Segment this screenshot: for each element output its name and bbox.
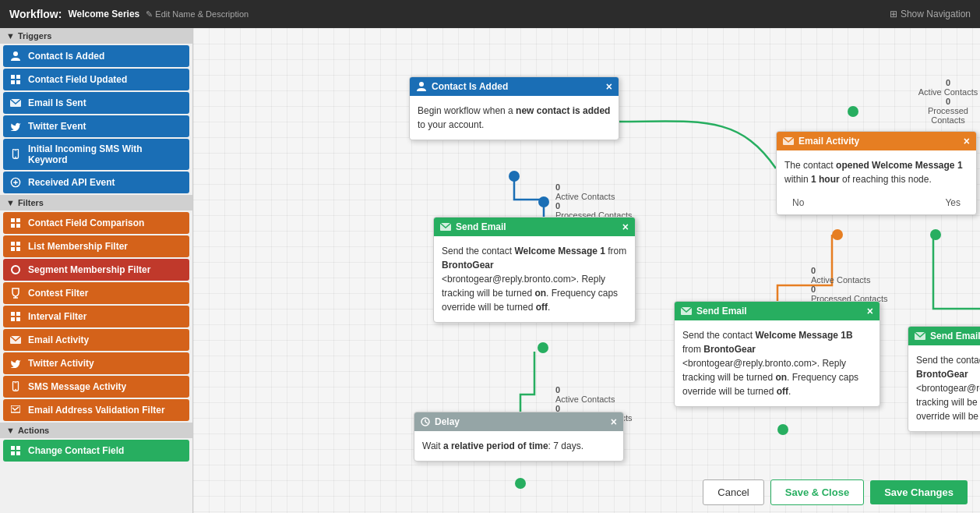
svg-rect-7	[14, 150, 17, 150]
svg-rect-21	[11, 312, 15, 316]
contact-added-header: Contact Is Added ×	[410, 77, 619, 96]
main-layout: ▼ Triggers Contact Is Added Contact Fiel…	[0, 28, 980, 513]
sms-activity-icon	[9, 380, 22, 393]
email-activity-no-connector	[832, 229, 843, 240]
svg-rect-24	[16, 317, 20, 321]
actions-label: Actions	[18, 426, 49, 435]
svg-rect-3	[11, 80, 15, 84]
svg-rect-4	[16, 80, 20, 84]
delay-node[interactable]: Delay × Wait a relative period of time: …	[414, 412, 624, 462]
save-changes-button[interactable]: Save Changes	[870, 480, 968, 504]
triggers-chevron: ▼	[6, 31, 15, 41]
sidebar-item-list-membership[interactable]: List Membership Filter	[3, 235, 189, 257]
stat1-processed-label: Processed Contacts	[916, 106, 980, 125]
svg-rect-12	[11, 224, 15, 228]
filters-chevron: ▼	[6, 198, 15, 207]
change-contact-field-label: Change Contact Field	[28, 445, 124, 456]
triggers-label: Triggers	[18, 31, 51, 41]
person-icon	[9, 50, 22, 62]
filters-section-header[interactable]: ▼ Filters	[0, 195, 192, 211]
email-sent-label: Email Is Sent	[28, 97, 86, 108]
send-email-2-icon	[915, 332, 925, 340]
sidebar-item-twitter-activity[interactable]: Twitter Activity	[3, 352, 189, 374]
segment-membership-label: Segment Membership Filter	[28, 264, 150, 275]
contact-added-mid-connector	[538, 196, 549, 207]
contact-added-bottom-connector	[509, 171, 520, 182]
svg-rect-27	[14, 382, 17, 383]
svg-point-0	[13, 51, 18, 56]
interval-icon	[9, 310, 22, 323]
contact-added-label: Contact Is Added	[28, 51, 104, 62]
send-email-2-body: Send the contact Welcome Message 2 from …	[908, 345, 980, 431]
sidebar-item-received-api[interactable]: Received API Event	[3, 172, 189, 193]
svg-rect-31	[16, 446, 20, 450]
send-email-1b-node[interactable]: Send Email × Send the contact Welcome Me…	[674, 301, 880, 407]
sidebar-item-contest-filter[interactable]: Contest Filter	[3, 282, 189, 304]
email-activity-title: Email Activity	[798, 136, 859, 147]
nav-icon: ⊞	[890, 9, 897, 19]
svg-line-41	[425, 422, 428, 423]
sidebar-item-contact-field-comparison[interactable]: Contact Field Comparison	[3, 212, 189, 234]
send-email-1-close[interactable]: ×	[622, 221, 629, 232]
phone-icon	[9, 148, 22, 161]
save-close-button[interactable]: Save & Close	[770, 479, 864, 505]
sidebar-item-change-contact-field[interactable]: Change Contact Field	[3, 440, 189, 462]
sidebar-item-email-activity[interactable]: Email Activity	[3, 329, 189, 351]
sidebar-item-twitter-event[interactable]: Twitter Event	[3, 115, 189, 137]
email-activity-branches: No Yes	[777, 194, 976, 214]
email-activity-header: Email Activity ×	[777, 132, 976, 150]
delay-icon	[421, 417, 430, 426]
list-membership-label: List Membership Filter	[28, 241, 128, 252]
delay-header: Delay ×	[414, 412, 623, 431]
sidebar-item-sms-activity[interactable]: SMS Message Activity	[3, 376, 189, 398]
send-email-1-title: Send Email	[456, 221, 506, 232]
top-bar-left: Workflow: Welcome Series ✎ Edit Name & D…	[9, 8, 249, 20]
contact-added-body: Begin workflow when a new contact is add…	[410, 96, 619, 140]
sidebar-item-sms-keyword[interactable]: Initial Incoming SMS With Keyword	[3, 139, 189, 170]
send-email-2-header: Send Email ×	[908, 327, 980, 345]
email-validation-label: Email Address Validation Filter	[28, 405, 165, 416]
show-nav-label: Show Navigation	[901, 9, 971, 19]
email-activity-close[interactable]: ×	[964, 136, 970, 147]
sms-keyword-label: Initial Incoming SMS With Keyword	[28, 143, 183, 165]
sidebar-item-contact-added[interactable]: Contact Is Added	[3, 45, 189, 67]
delay-close[interactable]: ×	[611, 416, 617, 427]
send-email-1-header: Send Email ×	[434, 218, 635, 236]
contest-filter-label: Contest Filter	[28, 288, 88, 299]
grid-icon	[9, 73, 22, 86]
contact-added-close[interactable]: ×	[606, 81, 612, 92]
sidebar-item-email-sent[interactable]: Email Is Sent	[3, 92, 189, 114]
twitter-icon	[9, 120, 22, 133]
email-activity-node[interactable]: Email Activity × The contact opened Welc…	[776, 131, 977, 215]
no-label: No	[792, 197, 804, 208]
svg-point-34	[419, 82, 424, 87]
send-email-1b-close[interactable]: ×	[867, 306, 873, 317]
stat-below-email-activity: 0 Active Contacts 0 Processed Contacts	[811, 266, 887, 303]
yes-label: Yes	[945, 197, 961, 208]
change-field-icon	[9, 444, 22, 457]
svg-rect-11	[16, 218, 20, 222]
api-icon	[9, 176, 22, 189]
twitter-event-label: Twitter Event	[28, 121, 86, 132]
email-activity-body: The contact opened Welcome Message 1 wit…	[777, 150, 976, 194]
show-navigation-button[interactable]: ⊞ Show Navigation	[890, 9, 971, 19]
send-email-1-node[interactable]: Send Email × Send the contact Welcome Me…	[433, 217, 636, 323]
email-activity-label: Email Activity	[28, 334, 89, 345]
contact-added-node[interactable]: Contact Is Added × Begin workflow when a…	[409, 76, 619, 140]
stat-top-right: 0 Active Contacts 0 Processed Contacts	[916, 78, 980, 125]
sidebar-item-email-validation[interactable]: Email Address Validation Filter	[3, 399, 189, 421]
email-activity-header-left: Email Activity	[783, 136, 859, 147]
sidebar-item-segment-membership[interactable]: Segment Membership Filter	[3, 259, 189, 281]
send-email-1b-icon	[681, 307, 692, 315]
actions-section-header[interactable]: ▼ Actions	[0, 423, 192, 438]
triggers-section-header[interactable]: ▼ Triggers	[0, 28, 192, 44]
svg-rect-22	[16, 312, 20, 316]
send-email-2-node[interactable]: Send Email × Send the contact Welcome Me…	[908, 326, 980, 432]
contact-added-header-left: Contact Is Added	[416, 81, 508, 92]
cancel-button[interactable]: Cancel	[703, 479, 763, 505]
sidebar-item-contact-field-updated[interactable]: Contact Field Updated	[3, 69, 189, 90]
edit-name-link[interactable]: ✎ Edit Name & Description	[146, 9, 249, 19]
workflow-canvas[interactable]: Contact Is Added × Begin workflow when a…	[193, 28, 980, 513]
sidebar-item-interval-filter[interactable]: Interval Filter	[3, 306, 189, 327]
stat-below-contact-added: 0 Active Contacts 0 Processed Contacts	[555, 182, 632, 220]
